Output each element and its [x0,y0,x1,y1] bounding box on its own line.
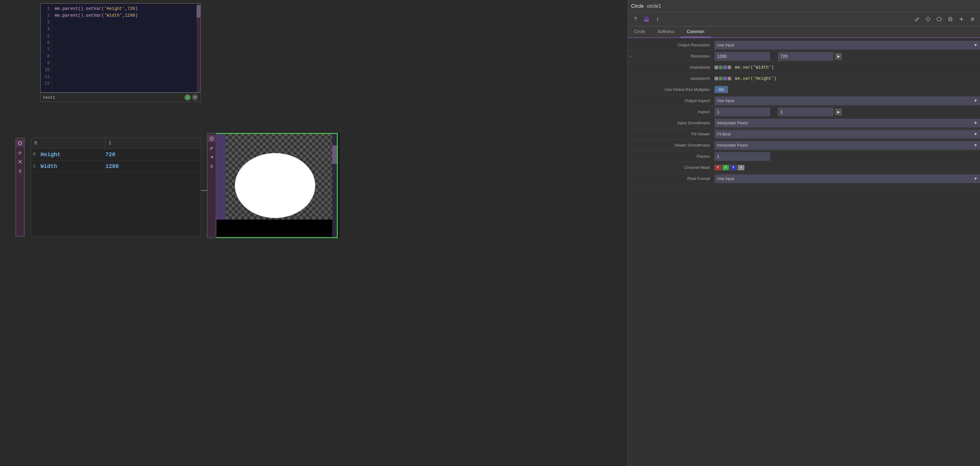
fill-viewer-value: Fit Best [717,132,730,136]
pencil-icon-btn[interactable] [913,15,921,24]
use-global-res-label: Use Global Res Multiplier [628,87,714,92]
resolutionw-control: me.var('Width') [714,65,980,70]
table-header: 0 1 [31,138,200,149]
code-content[interactable]: me.parent().setVar('Height',720) me.pare… [52,4,197,92]
node-type-label: Circle [631,3,644,9]
properties-panel: Circle circle1 ? i Circle Softn [628,0,980,466]
help-button[interactable]: ? [631,15,640,24]
svg-rect-1 [644,17,649,20]
tab-circle[interactable]: Circle [628,26,651,37]
output-resolution-row: Output Resolution Use Input ▼ [628,40,980,51]
row-index-0: 0 [31,152,40,157]
dot-2b [719,77,722,80]
tab-common[interactable]: Common [681,26,711,37]
chip-a[interactable]: A [738,165,745,171]
row-value-1: 1280 [105,163,200,169]
input-smoothness-row: Input Smoothness Interpolate Pixels ▼ [628,118,980,129]
pixel-format-control: Use Input ▼ [714,174,980,183]
bookmark-button[interactable] [642,15,651,24]
passes-row: Passes [628,151,980,162]
aspect-v2-input[interactable] [778,108,834,116]
aspect-v1-input[interactable] [714,108,770,116]
table-toolbar-x[interactable] [17,158,24,165]
table-col-header-0: 0 [31,138,105,148]
pixel-format-arrow: ▼ [974,176,978,181]
tab-softness[interactable]: Softness [651,26,681,37]
passes-input[interactable] [714,152,770,161]
svg-marker-2 [926,17,930,21]
viewer-smoothness-control: Interpolate Pixels ▼ [714,141,980,150]
editor-scrollbar[interactable] [197,4,200,92]
output-aspect-control: Use Input ▼ [714,96,980,105]
table-row-0[interactable]: 0 Height 720 [31,149,200,161]
aspect-label: Aspect [628,110,714,114]
dot-1 [714,65,718,69]
chip-r[interactable]: R [714,165,721,171]
code-line-2: me.parent().setVar('Width',1280) [55,12,194,19]
x-icon-btn[interactable] [968,15,977,24]
code-line-9 [55,60,194,67]
row-value-0: 720 [105,152,200,158]
table-toolbar-drop[interactable] [17,168,24,174]
globe-icon-btn[interactable] [946,15,955,24]
polygon-icon-btn[interactable] [935,15,943,24]
output-aspect-arrow: ▼ [974,98,978,103]
table-toolbar-pencil[interactable] [17,149,24,156]
fill-viewer-dropdown[interactable]: Fit Best ▼ [714,130,980,139]
chip-b[interactable]: B [730,165,737,171]
viewer-right-edge [337,133,340,238]
channel-mask-control: R G B A [714,165,980,171]
output-resolution-dropdown[interactable]: Use Input ▼ [714,41,980,49]
dot-2 [719,65,722,69]
viewer-toolbar-pencil[interactable] [208,144,215,151]
line-numbers: 1234 5678 9101112 [41,4,52,92]
row-name-0: Height [40,152,105,158]
use-global-res-toggle[interactable]: On [714,86,728,93]
viewer-toolbar-drop[interactable] [208,163,215,170]
viewer-smoothness-value: Interpolate Pixels [717,143,748,147]
resolutionh-row: resolutionh me.var('Height') [628,73,980,84]
viewer-toolbar-circle[interactable] [208,135,215,142]
table-row-1[interactable]: 1 Width 1280 [31,161,200,172]
diamond-icon-btn[interactable] [924,15,932,24]
viewer-smoothness-arrow: ▼ [974,143,978,147]
svg-point-15 [210,137,213,140]
viewer-toolbar [207,133,216,238]
dot-1b [714,77,718,80]
channel-mask-label: Channel Mask [628,165,714,170]
footer-confirm-btn[interactable]: ✓ [185,94,191,101]
props-body: Output Resolution Use Input ▼ — Resoluti… [628,38,980,186]
resolution-h-input[interactable] [778,52,834,61]
editor-node-name: text1 [43,95,55,100]
output-aspect-row: Output Aspect Use Input ▼ [628,95,980,106]
pixel-format-dropdown[interactable]: Use Input ▼ [714,174,980,183]
use-global-res-control: On [714,86,980,93]
input-smoothness-dropdown[interactable]: Interpolate Pixels ▼ [714,119,980,128]
info-button[interactable]: i [653,15,662,24]
output-aspect-dropdown[interactable]: Use Input ▼ [714,96,980,105]
viewer-toolbar-arrow[interactable] [208,154,215,161]
viewer-smoothness-dropdown[interactable]: Interpolate Pixels ▼ [714,141,980,150]
viewer-smoothness-row: Viewer Smoothness Interpolate Pixels ▼ [628,140,980,151]
plus-icon-btn[interactable] [957,15,966,24]
editor-footer: text1 ✓ + [40,93,201,102]
table-toolbar-circle[interactable] [17,140,24,147]
chip-g[interactable]: G [722,165,729,171]
svg-marker-3 [937,17,941,21]
dot-3b [723,77,727,80]
resolutionh-label: resolutionh [628,76,714,81]
viewer-side-scrollbar[interactable] [332,133,337,238]
resolution-label: Resolution [634,54,714,59]
resolution-play-btn[interactable]: ▶ [835,53,842,60]
code-line-11 [55,73,194,80]
table-col-header-1: 1 [105,138,200,148]
aspect-control: ▶ [714,108,980,116]
node-name-label: circle1 [647,3,661,9]
viewer-scroll-thumb [332,145,337,164]
aspect-play-btn[interactable]: ▶ [835,109,842,115]
channel-mask-row: Channel Mask R G B A [628,162,980,173]
footer-add-btn[interactable]: + [192,94,198,101]
passes-control [714,152,980,161]
resolution-w-input[interactable] [714,52,770,61]
code-line-12 [55,80,194,87]
